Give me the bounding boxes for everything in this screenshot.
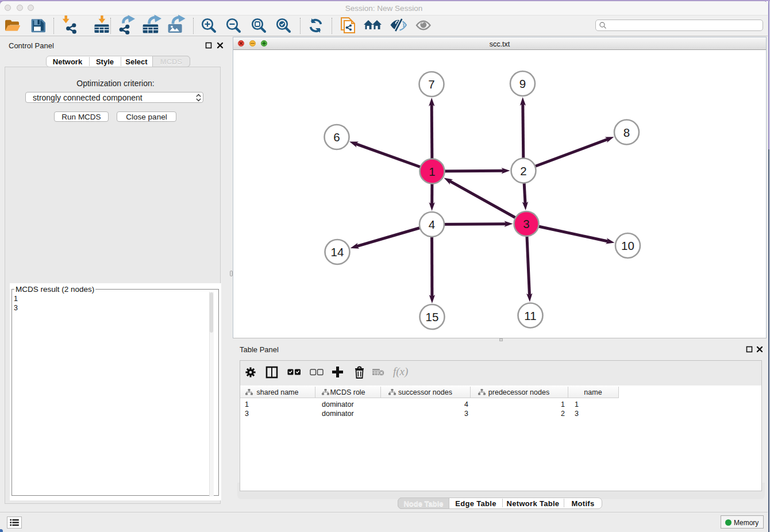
svg-text:4: 4	[429, 218, 435, 231]
svg-text:3: 3	[523, 217, 529, 230]
svg-text:1: 1	[429, 165, 435, 178]
svg-text:6: 6	[333, 130, 340, 144]
svg-text:2: 2	[520, 164, 526, 178]
svg-text:10: 10	[621, 239, 634, 252]
svg-text:14: 14	[331, 245, 344, 259]
svg-text:8: 8	[623, 126, 630, 139]
svg-text:11: 11	[524, 309, 536, 322]
svg-text:7: 7	[428, 78, 434, 91]
svg-text:9: 9	[519, 77, 526, 90]
svg-text:15: 15	[426, 310, 439, 323]
